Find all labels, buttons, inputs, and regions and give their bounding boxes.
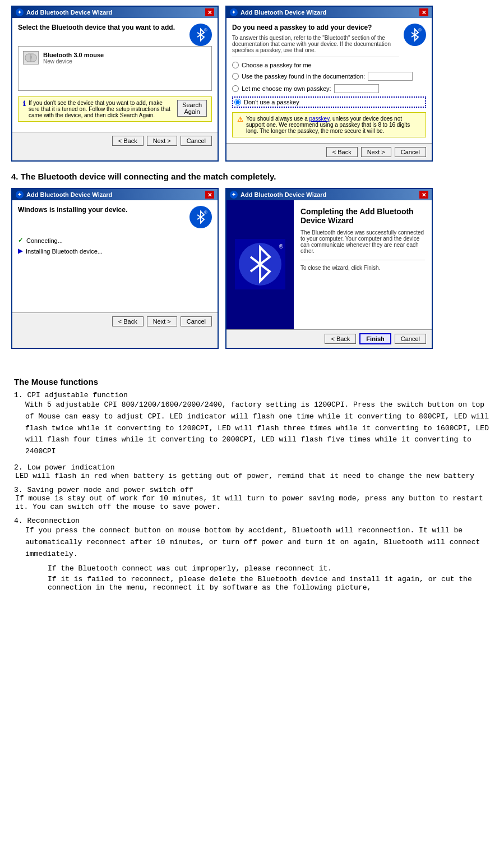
radio-use-doc-input[interactable]	[232, 73, 239, 80]
wizard4-title: Add Bluetooth Device Wizard	[241, 191, 326, 198]
wizard2-desc: To answer this question, refer to the "B…	[232, 35, 399, 57]
wizard3-title: Add Bluetooth Device Wizard	[26, 191, 112, 198]
radio-own-passkey: Let me choose my own passkey:	[232, 84, 426, 93]
device-item-mouse: Bluetooth 3.0 mouse New device	[21, 49, 209, 66]
passkey-link[interactable]: passkey	[309, 116, 330, 122]
wizard2-next-button[interactable]: Next >	[361, 147, 391, 157]
mf-item3: 3. Saving power mode and power switch of…	[14, 486, 490, 511]
mf-item2: 2. Low power indication LED will flash i…	[14, 463, 490, 480]
bluetooth-title-icon3: ✦	[16, 191, 24, 199]
arrow-icon: ▶	[18, 247, 22, 255]
mf-item2-header: 2. Low power indication	[14, 463, 490, 472]
radio-no-passkey-label: Don't use a passkey	[244, 99, 299, 105]
mf-item4-header: 4. Reconnection	[14, 517, 490, 525]
wizard-select-device: ✦ Add Bluetooth Device Wizard ✕ Select t…	[11, 6, 219, 162]
completing-right: Completing the Add Bluetooth Device Wiza…	[294, 200, 432, 329]
radio-use-doc-label: Use the passkey found in the documentati…	[242, 73, 365, 80]
mf-item1: 1. CPI adjustable function With 5 adjust…	[14, 391, 490, 458]
wizard1-cancel-button[interactable]: Cancel	[181, 136, 212, 146]
info-text: If you don't see the device that you wan…	[29, 100, 174, 118]
wizard3-back-button[interactable]: < Back	[112, 316, 144, 326]
search-again-button[interactable]: Search Again	[177, 100, 207, 117]
radio-choose-passkey-label: Choose a passkey for me	[242, 62, 312, 68]
radio-no-passkey-input[interactable]	[234, 99, 241, 105]
wizard4-back-button[interactable]: < Back	[325, 334, 356, 344]
wizard4-finish-button[interactable]: Finish	[359, 333, 391, 344]
radio-choose-passkey: Choose a passkey for me	[232, 62, 426, 68]
wizard-completing: ✦ Add Bluetooth Device Wizard ✕ ®	[225, 188, 433, 349]
wizard3-next-button[interactable]: Next >	[147, 316, 177, 326]
wizard-passkey: ✦ Add Bluetooth Device Wizard ✕ Do you n…	[225, 6, 433, 162]
wizard1-titlebar: ✦ Add Bluetooth Device Wizard ✕	[12, 7, 218, 18]
radio-own-input[interactable]	[232, 85, 239, 92]
mouse-functions-title: The Mouse functions	[14, 377, 490, 386]
warning-text: You should always use a passkey, unless …	[246, 116, 421, 134]
wizard1-header: Select the Bluetooth device that you wan…	[18, 24, 189, 31]
radio-no-passkey: Don't use a passkey	[232, 96, 426, 108]
wizard2-footer: < Back Next > Cancel	[226, 143, 432, 160]
connecting-item: ✓ Connecting...	[18, 237, 212, 244]
warning-bar: ⚠ You should always use a passkey, unles…	[232, 112, 426, 137]
bt-icon-installing: ®	[189, 206, 212, 228]
wizard2-content: Do you need a passkey to add your device…	[226, 18, 432, 143]
connecting-label: Connecting...	[26, 237, 63, 244]
section1-heading: 4. The Bluetooth device will connecting …	[11, 172, 493, 181]
radio-choose-passkey-input[interactable]	[232, 62, 239, 68]
passkey-doc-input[interactable]	[368, 72, 413, 81]
wizard4-footer: < Back Finish Cancel	[226, 329, 432, 348]
mf-item1-body: With 5 adjustable CPI 800/1200/1600/2000…	[14, 399, 490, 458]
wizard2-header: Do you need a passkey to add your device…	[232, 24, 399, 31]
mf-item4-body3: If it is failed to reconnect, please del…	[14, 575, 490, 592]
radio-use-doc-passkey: Use the passkey found in the documentati…	[232, 72, 426, 81]
bluetooth-title-icon: ✦	[16, 8, 24, 16]
wizard2-close-button[interactable]: ✕	[419, 8, 428, 16]
wizard2-titlebar: ✦ Add Bluetooth Device Wizard ✕	[226, 7, 432, 18]
wizard1-title: Add Bluetooth Device Wizard	[26, 9, 112, 16]
wizard2-back-button[interactable]: < Back	[326, 147, 358, 157]
mf-item4-body1: If you press the connect button on mouse…	[14, 525, 490, 560]
wizard4-content: ® Completing the Add Bluetooth Device Wi…	[226, 200, 432, 329]
wizard1-close-button[interactable]: ✕	[205, 8, 214, 16]
device-name: Bluetooth 3.0 mouse	[43, 52, 104, 58]
bt-logo-panel: ®	[226, 200, 294, 329]
wizard1-back-button[interactable]: < Back	[112, 136, 144, 146]
completing-finish: To close the wizard, click Finish.	[300, 260, 425, 271]
check-icon: ✓	[18, 237, 23, 244]
mf-item3-body: If mouse is stay out of work for 10 minu…	[14, 494, 490, 511]
wizard3-header: Windows is installing your device.	[18, 206, 189, 214]
wizard2-title: Add Bluetooth Device Wizard	[241, 9, 326, 16]
wizard3-close-button[interactable]: ✕	[205, 191, 214, 199]
registered-mark: ®	[279, 243, 283, 250]
installing-label: Installing Bluetooth device...	[26, 248, 103, 255]
completing-title: Completing the Add Bluetooth Device Wiza…	[300, 207, 425, 225]
svg-point-3	[30, 56, 32, 59]
radio-own-label: Let me choose my own passkey:	[242, 85, 331, 92]
bt-logo-svg	[235, 239, 285, 289]
top-screenshots-row: ✦ Add Bluetooth Device Wizard ✕ Select t…	[11, 6, 493, 162]
wizard1-footer: < Back Next > Cancel	[12, 132, 218, 149]
info-icon: ℹ	[23, 100, 26, 108]
mf-item4: 4. Reconnection If you press the connect…	[14, 517, 490, 592]
wizard4-titlebar: ✦ Add Bluetooth Device Wizard ✕	[226, 189, 432, 200]
completing-desc: The Bluetooth device was successfully co…	[300, 229, 425, 254]
passkey-own-input[interactable]	[334, 84, 379, 93]
device-sub: New device	[43, 58, 104, 65]
bluetooth-title-icon2: ✦	[230, 8, 238, 16]
wizard2-cancel-button[interactable]: Cancel	[395, 147, 426, 157]
mouse-functions-section: The Mouse functions 1. CPI adjustable fu…	[11, 377, 493, 592]
wizard1-content: Select the Bluetooth device that you wan…	[12, 18, 218, 132]
device-icon	[23, 51, 39, 65]
bt-icon-passkey: ®	[404, 24, 426, 46]
wizard3-titlebar: ✦ Add Bluetooth Device Wizard ✕	[12, 189, 218, 200]
wizard1-next-button[interactable]: Next >	[147, 136, 177, 146]
wizard3-content: Windows is installing your device. ® ✓ C…	[12, 200, 218, 312]
mf-item2-body: LED will flash in red when battery is ge…	[14, 472, 490, 480]
wizard4-cancel-button[interactable]: Cancel	[395, 334, 426, 344]
wizard4-close-button[interactable]: ✕	[419, 191, 428, 199]
wizard3-cancel-button[interactable]: Cancel	[181, 316, 212, 326]
installing-item: ▶ Installing Bluetooth device...	[18, 247, 212, 255]
info-bar: ℹ If you don't see the device that you w…	[18, 96, 212, 122]
mf-item1-header: 1. CPI adjustable function	[14, 391, 490, 399]
device-list: Bluetooth 3.0 mouse New device	[18, 46, 212, 91]
warning-icon: ⚠	[237, 116, 243, 123]
